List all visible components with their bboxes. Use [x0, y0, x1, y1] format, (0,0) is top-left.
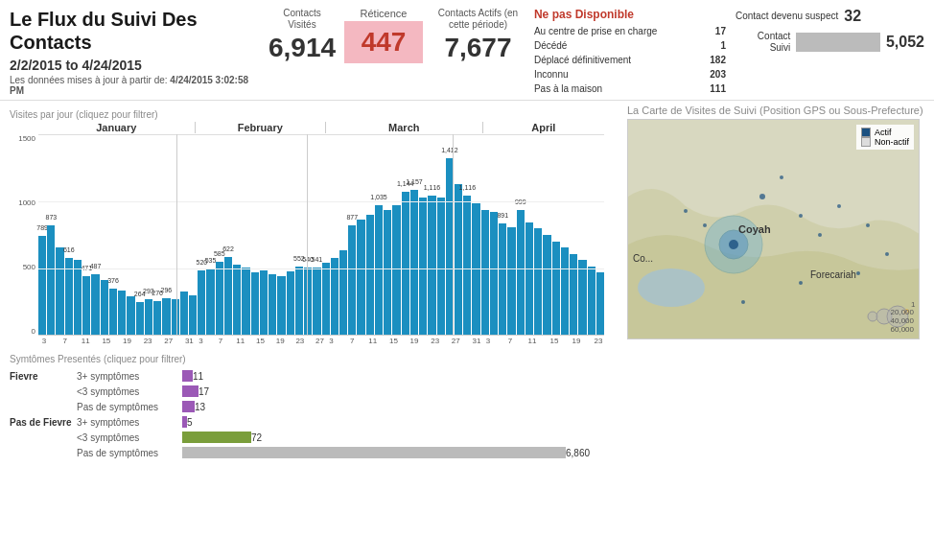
bar[interactable] [287, 271, 294, 336]
bar[interactable]: 1,144 [402, 192, 409, 336]
svg-point-15 [703, 223, 707, 227]
y-axis: 1500 1000 500 0 [10, 134, 38, 336]
bar[interactable] [101, 280, 108, 336]
bar[interactable]: 1,035 [375, 205, 383, 336]
bar[interactable] [331, 258, 339, 336]
bar[interactable] [437, 198, 445, 336]
bar[interactable] [127, 296, 134, 336]
bar[interactable]: 293 [145, 299, 152, 336]
bar[interactable] [242, 268, 249, 336]
bars-container: 7898736164714873762642932762965205355856… [38, 134, 604, 336]
bar[interactable] [561, 247, 569, 336]
x-labels-jan: 37111519232731 [38, 337, 195, 345]
symptom-row[interactable]: <3 symptômes72 [10, 430, 618, 445]
bar-label: 376 [107, 277, 119, 284]
symptom-bar [182, 401, 195, 412]
bar[interactable]: 1,157 [410, 190, 418, 336]
bar[interactable]: 471 [82, 276, 90, 336]
bar[interactable]: 789 [38, 236, 46, 336]
bar[interactable] [366, 215, 374, 336]
bar[interactable]: 540 [304, 268, 312, 336]
bar[interactable] [172, 299, 179, 336]
bar[interactable] [552, 242, 560, 336]
bar[interactable]: 541 [313, 268, 320, 336]
bar[interactable] [455, 184, 462, 336]
bar[interactable]: 296 [162, 298, 170, 336]
bar[interactable] [392, 205, 400, 336]
bar[interactable]: 873 [47, 225, 55, 336]
bar[interactable] [260, 270, 268, 336]
bar-label: 535 [205, 257, 217, 264]
bar[interactable] [472, 203, 479, 336]
bar[interactable]: 376 [109, 289, 117, 336]
bar[interactable]: 276 [153, 301, 161, 336]
ne-pas-row: Pas à la maison111 [534, 82, 726, 96]
bar[interactable]: 520 [198, 270, 205, 336]
bar[interactable] [490, 212, 498, 336]
symptoms-section[interactable]: Symtômes Presentés (cliquez pour filtrer… [10, 353, 618, 460]
month-april: April [483, 122, 604, 133]
bar[interactable]: 487 [91, 274, 99, 336]
symptom-bar [182, 432, 251, 443]
symptom-row[interactable]: Fievre3+ symptômes11 [10, 368, 618, 384]
bar[interactable]: 877 [348, 225, 356, 336]
bar[interactable] [339, 250, 347, 336]
bar[interactable] [507, 227, 515, 336]
bar[interactable] [578, 260, 586, 336]
bar[interactable] [189, 295, 197, 336]
svg-point-13 [799, 281, 803, 285]
bar[interactable] [525, 222, 533, 336]
map-size-legend: 20,000 40,000 60,000 [891, 308, 914, 334]
page-title: Le Flux du Suivi Des Contacts [10, 8, 259, 54]
bar[interactable] [56, 247, 63, 336]
bar[interactable]: 552 [295, 267, 303, 336]
bar[interactable] [534, 228, 542, 336]
contact-devenu-suspect-label: Contact devenu suspect [736, 11, 838, 22]
bar[interactable] [322, 263, 330, 336]
x-labels-apr: 3711151923 [482, 337, 604, 345]
bar[interactable] [588, 267, 595, 336]
legend-actif: Actif [861, 128, 909, 137]
svg-point-16 [684, 209, 688, 213]
bar[interactable] [277, 276, 285, 336]
chart-section[interactable]: Visites par jour (cliquez pour filtrer) … [10, 108, 618, 345]
contact-devenu-suspect-item: Contact devenu suspect 32 [736, 8, 924, 25]
bar[interactable] [269, 274, 276, 336]
month-march: March [326, 122, 483, 133]
symptom-row[interactable]: Pas de symptômes13 [10, 399, 618, 414]
bar[interactable]: 616 [65, 258, 73, 336]
bar[interactable] [419, 198, 427, 336]
svg-point-10 [866, 223, 870, 227]
bar[interactable]: 999 [517, 210, 525, 336]
contact-devenu-suspect-value: 32 [844, 8, 861, 25]
bar[interactable] [233, 265, 241, 336]
bar[interactable] [570, 254, 577, 336]
svg-point-4 [729, 240, 738, 249]
bar[interactable] [384, 210, 391, 336]
symptom-row[interactable]: Pas de Fievre3+ symptômes5 [10, 414, 618, 430]
bar[interactable] [543, 235, 550, 336]
symptom-row[interactable]: Pas de symptômes6,860 [10, 445, 618, 460]
symptom-row[interactable]: <3 symptômes17 [10, 384, 618, 399]
bar[interactable] [596, 272, 604, 336]
bar[interactable] [357, 220, 364, 336]
contacts-actifs-block: Contacts Actifs (en cette période) 7,677 [432, 8, 525, 63]
y-tick-1500: 1500 [18, 134, 35, 143]
svg-point-7 [818, 233, 822, 237]
contact-suivi-block: Contact devenu suspect 32 Contact Suivi … [736, 8, 924, 54]
bar[interactable]: 891 [499, 223, 506, 336]
bar[interactable]: 1,116 [428, 196, 435, 336]
x-labels-feb: 371115192327 [195, 337, 325, 345]
bar[interactable] [180, 292, 188, 336]
bar[interactable]: 1,116 [463, 196, 471, 336]
bar[interactable] [251, 272, 259, 336]
bar[interactable]: 535 [206, 268, 214, 336]
bar[interactable]: 264 [136, 302, 144, 336]
bar[interactable] [481, 210, 489, 336]
ne-pas-title: Ne pas Disponible [534, 8, 726, 21]
bar[interactable]: 585 [216, 262, 223, 336]
bar[interactable] [118, 291, 126, 336]
date-range: 2/2/2015 to 4/24/2015 [10, 58, 259, 73]
bar-label: 622 [222, 245, 234, 252]
chart-months: January February March April [10, 122, 604, 133]
